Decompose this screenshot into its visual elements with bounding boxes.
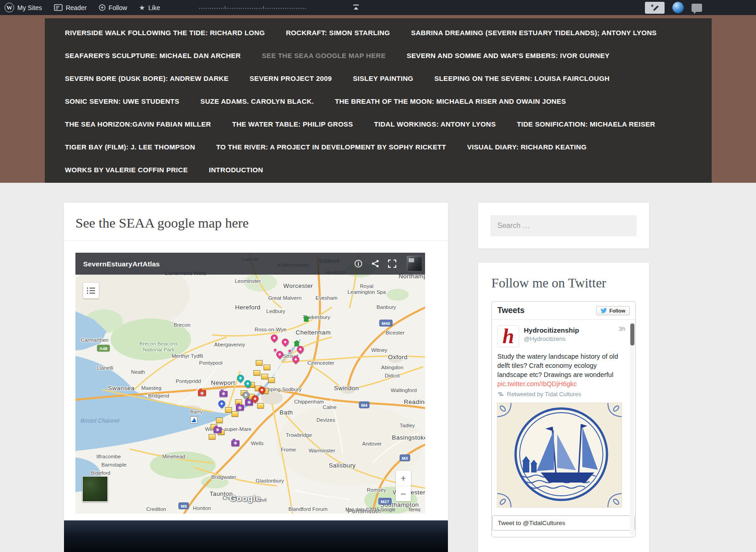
footer-band: [64, 520, 448, 552]
post-header: See the SEAA google map here: [64, 203, 448, 241]
map-marker[interactable]: [198, 390, 206, 396]
page: W My Sites Reader Follow ★ Like: [0, 0, 756, 552]
map-marker[interactable]: [288, 349, 292, 353]
tweet-handle[interactable]: @Hydrocitizens: [524, 335, 579, 342]
nav-item[interactable]: VISUAL DIARY: RICHARD KEATING: [467, 143, 586, 151]
like-label: Like: [149, 4, 160, 11]
map-marker[interactable]: [273, 348, 277, 352]
scrollbar-thumb[interactable]: [630, 324, 634, 345]
nav-item[interactable]: THE WATER TABLE: PHILIP GROSS: [232, 120, 353, 128]
nav-item[interactable]: SLEEPING ON THE SEVERN: LOUISA FAIRCLOUG…: [434, 74, 609, 82]
nav-item[interactable]: WORKS BY VALERIE COFFIN PRICE: [65, 166, 188, 174]
map-marker[interactable]: [231, 440, 240, 446]
wp-admin-bar: W My Sites Reader Follow ★ Like: [0, 0, 756, 15]
map-info-icon[interactable]: [353, 259, 363, 269]
nav-item[interactable]: SUZE ADAMS. CAROLYN BLACK.: [200, 97, 314, 105]
map-marker[interactable]: [213, 427, 222, 433]
map-marker[interactable]: [264, 365, 271, 370]
nav-item[interactable]: TIDE SONIFICATION: MICHAELA REISER: [517, 120, 655, 128]
nav-item[interactable]: SABRINA DREAMING (SEVERN ESTUARY TIDELAN…: [411, 29, 656, 37]
zoom-in-button[interactable]: +: [396, 471, 411, 486]
nav-item[interactable]: SEVERN BORE (DUSK BORE): ANDREW DARKE: [65, 74, 229, 82]
timeline-scrollbar[interactable]: [630, 323, 634, 536]
map-marker[interactable]: [236, 405, 244, 411]
tweet[interactable]: h Hydrocitizenship @Hydrocitizens 3h Stu…: [492, 320, 635, 512]
nav-item[interactable]: TIGER BAY (FILM): J. LEE THOMPSON: [65, 143, 195, 151]
nav-item[interactable]: INTRODUCTION: [209, 166, 263, 174]
map-marker[interactable]: [257, 403, 264, 409]
sidebar: Follow me on Twitter Tweets Follow h: [478, 203, 649, 552]
map-marker[interactable]: [254, 370, 261, 376]
search-input[interactable]: [490, 215, 637, 236]
map-marker[interactable]: [270, 333, 279, 343]
reader-label: Reader: [66, 4, 87, 11]
nav-item[interactable]: SEE THE SEAA GOOGLE MAP HERE: [262, 52, 386, 59]
tweet-image-delft-tile[interactable]: [497, 403, 622, 507]
zoom-out-button[interactable]: −: [396, 486, 411, 501]
retweet-attribution: Retweeted by Tidal Cultures: [497, 391, 625, 398]
nav-item[interactable]: TO THE RIVER: A PROJECT IN DEVELOPMENT B…: [216, 143, 446, 151]
map-marker[interactable]: [231, 411, 238, 417]
nav-item[interactable]: ROCKRAFT: SIMON STARLING: [286, 29, 390, 37]
map-embed[interactable]: LudlowKidderminsterSolihullRedditchNorth…: [75, 253, 425, 514]
nav-item[interactable]: SEVERN AND SOMME AND WAR'S EMBERS: IVOR …: [407, 52, 610, 59]
wordpress-logo-icon: W: [5, 3, 14, 12]
map-marker[interactable]: [280, 337, 290, 347]
nav-item[interactable]: RIVERSIDE WALK FOLLOWING THE TIDE: RICHA…: [65, 29, 265, 37]
twitter-follow-button[interactable]: Follow: [596, 306, 630, 315]
map-markers: [75, 253, 425, 514]
my-sites-menu[interactable]: W My Sites: [5, 3, 42, 12]
twitter-widget-heading: Follow me on Twitter: [491, 276, 636, 291]
map-owner-avatar[interactable]: [407, 256, 422, 271]
timeline-header: Tweets Follow: [492, 302, 635, 320]
map-share-icon[interactable]: [370, 259, 380, 269]
map-marker[interactable]: [235, 373, 245, 383]
satellite-view-thumbnail[interactable]: [82, 476, 108, 502]
nav-item[interactable]: SEVERN PROJECT 2009: [250, 74, 332, 82]
twitter-widget: Follow me on Twitter Tweets Follow h: [478, 263, 649, 552]
map-marker[interactable]: [268, 377, 275, 383]
map-title: SevernEstuaryArtAtlas: [83, 260, 160, 268]
map-marker[interactable]: [261, 374, 268, 379]
follow-button-label: Follow: [609, 308, 625, 313]
map-fullscreen-icon[interactable]: [387, 259, 397, 269]
nav-item[interactable]: THE SEA HORIZON:GAVIN FABIAN MILLER: [65, 120, 211, 128]
page-title: See the SEAA google map here: [75, 215, 437, 231]
map-marker[interactable]: [190, 416, 197, 424]
map-marker[interactable]: [216, 418, 223, 423]
map-attribution: Map data ©2015 Google Terms: [346, 507, 421, 512]
notifications-icon[interactable]: [692, 4, 702, 12]
post-body: LudlowKidderminsterSolihullRedditchNorth…: [64, 241, 448, 520]
tweet-author[interactable]: Hydrocitizenship: [524, 326, 579, 334]
like-button[interactable]: ★ Like: [139, 4, 160, 11]
map-header: SevernEstuaryArtAtlas: [75, 253, 425, 275]
map-legend-toggle-button[interactable]: [83, 283, 99, 298]
map-marker[interactable]: [209, 434, 216, 440]
map-marker[interactable]: [256, 360, 262, 366]
tweet-to-button[interactable]: Tweet to @TidalCultures: [492, 515, 635, 531]
map-marker[interactable]: [303, 315, 309, 322]
new-post-button[interactable]: [645, 2, 665, 14]
follow-label: Follow: [109, 4, 127, 11]
nav-item[interactable]: SISLEY PAINTING: [353, 74, 413, 82]
tweet-media-link[interactable]: pic.twitter.com/IbQDjH6gkc: [497, 380, 625, 387]
tweet-avatar[interactable]: h: [497, 325, 519, 347]
map-marker[interactable]: [219, 391, 228, 397]
terms-link[interactable]: Terms: [408, 507, 421, 512]
nav-item[interactable]: TIDAL WORKINGS: ANTONY LYONS: [374, 120, 495, 128]
user-avatar[interactable]: [672, 2, 684, 13]
reader-menu[interactable]: Reader: [54, 4, 87, 11]
admin-bar-right: [645, 2, 702, 14]
map-marker[interactable]: [225, 407, 232, 413]
nav-item[interactable]: THE BREATH OF THE MOON: MICHAELA RISER A…: [335, 97, 566, 105]
search-widget: [478, 203, 649, 249]
nav-item[interactable]: SONIC SEVERN: UWE STUDENTS: [65, 97, 179, 105]
tweet-text: Study the watery landscape history of ol…: [497, 352, 625, 379]
follow-blog-button[interactable]: Follow: [99, 4, 127, 11]
collapse-arrow-icon[interactable]: [352, 4, 360, 11]
follow-icon: [99, 4, 106, 11]
nav-item[interactable]: SEAFARER'S SCULPTURE: MICHAEL DAN ARCHER: [65, 52, 241, 59]
map-marker[interactable]: [291, 355, 300, 364]
retweeted-by-label: Retweeted by Tidal Cultures: [507, 391, 581, 398]
tweet-timestamp: 3h: [619, 325, 625, 332]
